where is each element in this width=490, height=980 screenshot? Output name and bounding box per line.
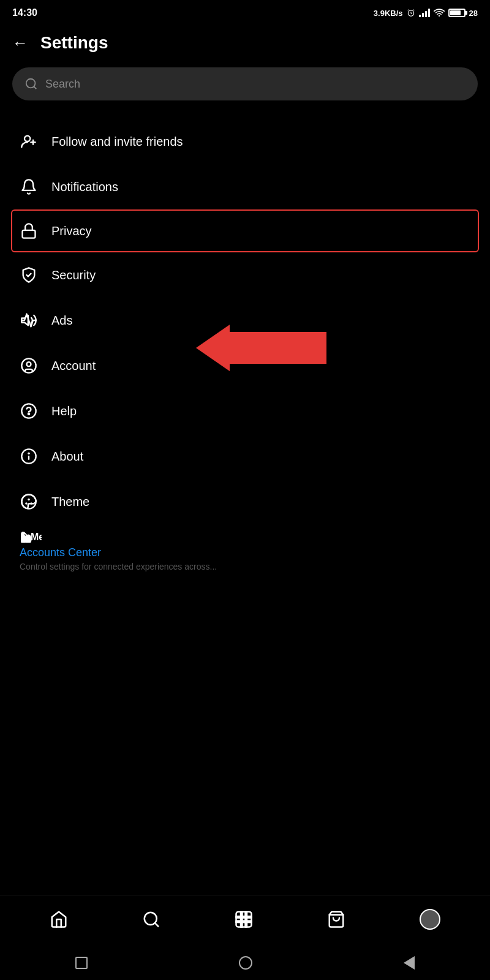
android-nav bbox=[0, 946, 490, 980]
page-title: Settings bbox=[40, 33, 108, 53]
status-bar: 14:30 3.9KB/s 28 bbox=[0, 0, 490, 23]
ads-label: Ads bbox=[51, 314, 72, 328]
wifi-icon bbox=[434, 9, 445, 17]
account-icon bbox=[20, 356, 38, 375]
android-home-btn[interactable] bbox=[239, 956, 252, 970]
search-icon bbox=[24, 77, 38, 91]
reels-icon bbox=[235, 910, 253, 929]
nav-shop[interactable] bbox=[323, 907, 349, 932]
header: ← Settings bbox=[0, 23, 490, 67]
svg-rect-22 bbox=[236, 912, 251, 927]
svg-point-16 bbox=[25, 502, 28, 505]
home-icon bbox=[50, 910, 68, 929]
svg-rect-23 bbox=[241, 912, 243, 927]
signal-icon bbox=[419, 9, 430, 17]
svg-point-1 bbox=[26, 79, 36, 88]
shop-icon bbox=[327, 910, 345, 929]
nav-reels[interactable] bbox=[231, 907, 257, 932]
search-bar[interactable]: Search bbox=[12, 67, 478, 100]
meta-icon: Meta bbox=[20, 530, 42, 543]
help-icon bbox=[20, 402, 38, 420]
svg-point-3 bbox=[24, 136, 30, 141]
menu-item-theme[interactable]: Theme bbox=[12, 479, 478, 524]
speed-indicator: 3.9KB/s bbox=[374, 9, 403, 18]
svg-point-18 bbox=[28, 499, 30, 501]
bell-icon bbox=[20, 178, 38, 196]
shield-icon bbox=[20, 266, 38, 284]
nav-profile[interactable] bbox=[416, 905, 444, 933]
menu-item-about[interactable]: About bbox=[12, 434, 478, 479]
battery-level: 28 bbox=[469, 9, 478, 18]
follow-icon bbox=[20, 132, 38, 151]
back-button[interactable]: ← bbox=[12, 34, 28, 53]
svg-rect-6 bbox=[23, 230, 36, 238]
svg-rect-26 bbox=[236, 921, 251, 923]
nav-home[interactable] bbox=[46, 907, 72, 932]
status-icons: 3.9KB/s 28 bbox=[374, 9, 478, 18]
annotation-arrow bbox=[196, 325, 326, 371]
accounts-center-link[interactable]: Accounts Center bbox=[20, 546, 470, 559]
svg-text:Meta: Meta bbox=[31, 532, 42, 542]
nav-search[interactable] bbox=[138, 907, 164, 932]
lock-icon bbox=[20, 222, 38, 240]
privacy-label: Privacy bbox=[51, 224, 92, 238]
follow-label: Follow and invite friends bbox=[51, 135, 183, 149]
arrow-head bbox=[196, 325, 230, 371]
android-circle-icon bbox=[239, 956, 252, 970]
help-label: Help bbox=[51, 404, 77, 418]
svg-rect-24 bbox=[245, 912, 247, 927]
profile-avatar bbox=[420, 909, 440, 930]
meta-section: Meta Accounts Center Control settings fo… bbox=[0, 524, 490, 571]
android-back-icon bbox=[404, 956, 415, 970]
battery-icon bbox=[448, 9, 466, 17]
arrow-body bbox=[228, 332, 326, 364]
security-label: Security bbox=[51, 268, 96, 282]
svg-line-21 bbox=[155, 923, 158, 926]
android-square-btn[interactable] bbox=[75, 957, 88, 969]
time: 14:30 bbox=[12, 7, 37, 18]
search-container: Search bbox=[0, 67, 490, 119]
ads-icon bbox=[20, 311, 38, 330]
menu-item-follow[interactable]: Follow and invite friends bbox=[12, 119, 478, 164]
svg-rect-25 bbox=[236, 916, 251, 918]
meta-logo: Meta bbox=[20, 530, 470, 543]
theme-label: Theme bbox=[51, 495, 89, 509]
alarm-icon bbox=[407, 9, 415, 17]
meta-description: Control settings for connected experienc… bbox=[20, 562, 470, 571]
android-square-icon bbox=[75, 957, 88, 969]
svg-line-2 bbox=[34, 86, 36, 89]
palette-icon bbox=[20, 492, 38, 511]
notifications-label: Notifications bbox=[51, 180, 118, 194]
search-placeholder: Search bbox=[45, 78, 80, 91]
menu-item-help[interactable]: Help bbox=[12, 388, 478, 434]
menu-item-privacy[interactable]: Privacy bbox=[11, 209, 479, 252]
search-nav-icon bbox=[142, 910, 160, 929]
about-label: About bbox=[51, 450, 83, 464]
menu-item-security[interactable]: Security bbox=[12, 252, 478, 298]
menu-item-notifications[interactable]: Notifications bbox=[12, 164, 478, 209]
info-icon bbox=[20, 447, 38, 466]
account-label: Account bbox=[51, 359, 96, 373]
svg-point-9 bbox=[27, 362, 31, 366]
svg-point-11 bbox=[28, 413, 29, 415]
bottom-nav bbox=[0, 895, 490, 943]
menu-list: Follow and invite friends Notifications … bbox=[0, 119, 490, 524]
android-back-btn[interactable] bbox=[404, 956, 415, 970]
